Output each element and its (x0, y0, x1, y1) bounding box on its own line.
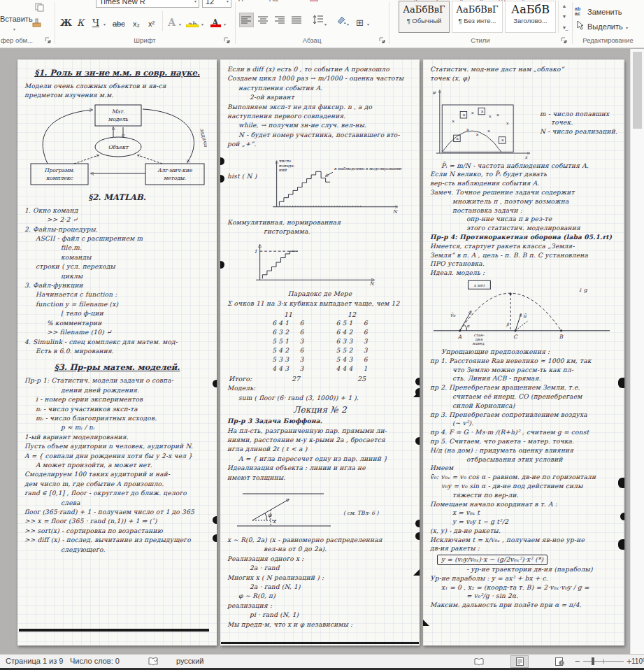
hist-command: hist ( N ) (227, 172, 257, 181)
web-layout-button[interactable] (550, 655, 568, 668)
clear-formatting-icon[interactable] (310, 0, 318, 1)
select-dropdown-icon[interactable]: ▾ (626, 25, 628, 30)
handwritten-line: 2. Файлы-процедуры. (24, 225, 210, 234)
handwritten-line: 5 3 3 3 (272, 355, 303, 364)
section-heading: §2. MATLAB. (24, 192, 210, 204)
group-editing-label: Редактирование (572, 36, 644, 44)
read-mode-button[interactable] (470, 655, 488, 668)
line-spacing-button[interactable] (310, 13, 325, 27)
handwritten-line: ПРО установка. (430, 259, 617, 269)
svg-text:×: × (452, 118, 455, 123)
zoom-slider-thumb[interactable] (592, 657, 594, 665)
svg-text:ū: ū (523, 313, 527, 319)
paragraph-dialog-launcher-icon[interactable] (379, 37, 386, 44)
borders-dropdown-icon[interactable]: ▾ (367, 22, 369, 27)
borders-button[interactable]: ⊞ (356, 14, 364, 28)
proofing-icon[interactable] (148, 657, 158, 667)
handwritten-line: вел-на от 0 до 2a). (227, 545, 413, 554)
style-label: Заголово... (506, 17, 555, 24)
font-size-combobox[interactable]: 12▾ (202, 0, 231, 8)
svg-text:×: × (466, 127, 469, 132)
style-heading1[interactable]: АаБбВ Заголово... (505, 1, 556, 33)
svg-text:α: α (467, 323, 471, 328)
change-case-icon[interactable]: Аа (269, 0, 278, 3)
handwritten-line: = v₀²/g · sin 2α. (430, 592, 617, 601)
align-center-button[interactable] (256, 13, 271, 27)
superscript-button[interactable]: x² (148, 14, 155, 28)
align-left-button[interactable] (239, 13, 254, 27)
handwritten-line: пр 4. F = G · Mз·m /(R+h)² , считаем g =… (430, 428, 617, 437)
document-page-2[interactable]: Если в diff (x) есть 0 , то событие A пр… (220, 59, 420, 646)
group-clipboard-label: фер обм... (0, 36, 42, 44)
style-normal[interactable]: АаБбВвГ ¶ Обычный (399, 1, 450, 33)
document-canvas[interactable]: §1. Роль и зн-ие м.м. в совр. науке. Мод… (0, 49, 630, 654)
style-no-spacing[interactable]: АаБбВвГ ¶ Без инте... (452, 1, 503, 33)
copy-icon[interactable] (35, 3, 44, 12)
scrollbar-thumb[interactable] (633, 52, 642, 129)
underline-button[interactable]: Ч (92, 14, 99, 28)
document-page-3[interactable]: Статистич. мод-ние даст нам „облако“точе… (423, 59, 624, 646)
align-right-button[interactable] (273, 13, 287, 27)
handwritten-block: Модель:sum ( floor (6· rand (3, 1000)) +… (227, 384, 413, 403)
line-spacing-dropdown-icon[interactable]: ▾ (324, 22, 327, 27)
svg-text:задача: задача (199, 127, 207, 148)
word-count[interactable]: Число слов: 0 (70, 655, 120, 668)
shrink-font-icon[interactable]: А (252, 0, 255, 1)
scan-artifact (415, 378, 420, 385)
vertical-scrollbar[interactable] (630, 49, 644, 654)
handwritten-line: пр 3. Пренебрегаем сопротивлением воздух… (430, 411, 617, 420)
font-name-combobox[interactable]: Times New R▾ (96, 0, 199, 8)
svg-text:1: 1 (254, 249, 257, 255)
underline-dropdown-icon[interactable]: ▾ (103, 22, 106, 27)
select-button[interactable]: Выделить (587, 22, 623, 31)
language-indicator[interactable]: русский (176, 655, 203, 668)
handwritten-block: Упрощающие предположения :пр 1. Расстоян… (430, 348, 617, 610)
font-color-dropdown-icon[interactable]: ▾ (224, 22, 226, 27)
handwritten-line: Если в diff (x) есть 0 , то событие A пр… (227, 65, 413, 74)
handwritten-line: Реализация одного x : (227, 555, 413, 564)
replace-button[interactable]: Заменить (587, 8, 622, 16)
page-indicator[interactable]: Страница 1 из 9 (6, 655, 63, 668)
svg-text:модель: модель (108, 116, 128, 122)
text-effects-dropdown-icon[interactable]: ▾ (179, 22, 181, 27)
zoom-out-button[interactable]: − (575, 655, 580, 668)
column-header: 12 (336, 310, 368, 319)
font-dialog-launcher-icon[interactable] (224, 37, 231, 44)
handwritten-line: (x, y) - дв-ие ракеты. (430, 527, 617, 536)
more-styles-icon[interactable]: ▼̲ (562, 25, 567, 30)
print-layout-button[interactable] (510, 655, 529, 668)
shading-dropdown-icon[interactable]: ▾ (347, 22, 349, 27)
replace-icon: abac (575, 6, 580, 16)
handwritten-line: i - номер серии экспериментов (24, 395, 210, 404)
italic-button[interactable]: К (77, 14, 84, 28)
clipboard-dialog-launcher-icon[interactable] (45, 37, 52, 44)
handwritten-line: точек (x, φ) (430, 74, 617, 83)
bold-button[interactable]: Ж (60, 14, 72, 28)
handwritten-line: дении дней рождения. (24, 386, 210, 395)
document-page-1[interactable]: §1. Роль и зн-ие м.м. в совр. науке. Мод… (17, 59, 217, 646)
paste-dropdown-icon[interactable]: ▾ (13, 27, 15, 31)
scroll-down-icon[interactable]: ▼ (562, 14, 567, 19)
scan-artifact (415, 520, 420, 527)
handwritten-line: x = v₀ₓ t (430, 508, 617, 518)
svg-text:φ: φ (268, 512, 272, 518)
handwritten-line: A = { игла пересечет одну из пар. линий … (227, 455, 413, 464)
zoom-level[interactable]: 110% (631, 655, 644, 668)
grow-font-icon[interactable]: А (238, 0, 243, 3)
highlight-dropdown-icon[interactable]: ▾ (201, 22, 203, 27)
styles-gallery-more-button[interactable]: ▲ ▼ ▼̲ (558, 1, 570, 33)
handwritten-line: Идеал. модель : (430, 269, 617, 278)
subscript-button[interactable]: x₂ (133, 14, 140, 28)
svg-text:x: x (273, 518, 276, 525)
format-painter-icon[interactable] (31, 18, 43, 28)
styles-dialog-launcher-icon[interactable] (561, 37, 568, 44)
handwritten-line: дем число m, где событие A произошло. (24, 480, 210, 489)
handwritten-line: Пр-р 1: Статистич. модели задачи о совпа… (24, 376, 210, 385)
paste-button[interactable]: Вставить (0, 15, 32, 23)
handwritten-line: Парадокс де Мере (227, 290, 413, 299)
scroll-up-icon[interactable]: ▲ (562, 3, 567, 8)
text-effects-icon[interactable]: А (168, 14, 176, 28)
model-structure-diagram: Мат. модель Объект Программ. комплекс Ал… (28, 102, 207, 187)
justify-button[interactable] (289, 13, 304, 27)
strikethrough-button[interactable]: abc (113, 14, 125, 28)
